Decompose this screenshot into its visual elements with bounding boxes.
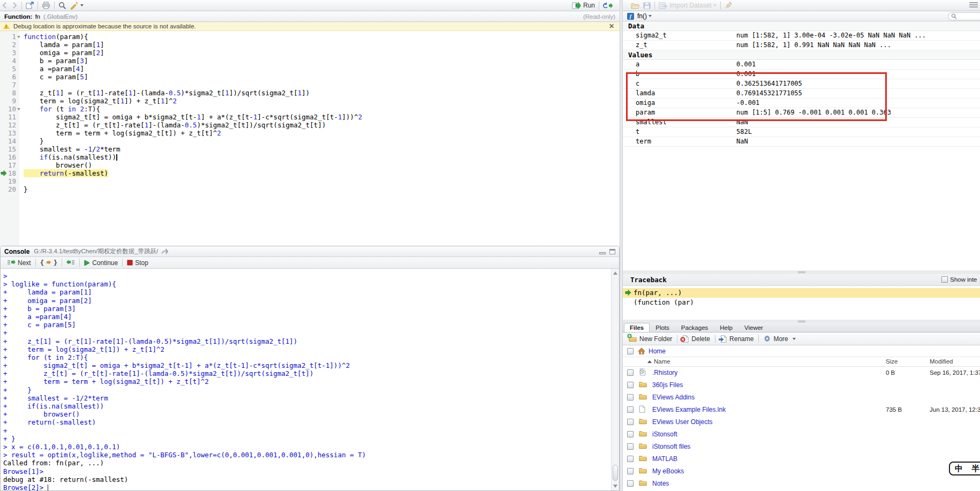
code-line[interactable]: 16 if(is.na(smallest)) bbox=[0, 153, 620, 161]
save-icon[interactable] bbox=[642, 1, 652, 11]
file-row[interactable]: .Rhistory0 BSep 16, 2017, 1:37 bbox=[623, 367, 980, 379]
open-folder-icon[interactable] bbox=[629, 1, 642, 11]
scrollbar-thumb[interactable] bbox=[613, 465, 618, 481]
more-button[interactable]: More bbox=[761, 335, 798, 343]
code-line[interactable]: 17 browser() bbox=[0, 161, 620, 169]
code-line[interactable]: 2 lamda = param[1] bbox=[0, 41, 620, 49]
file-checkbox[interactable] bbox=[627, 382, 634, 388]
code-line[interactable]: 12 z_t[t] = (r_t[t]-rate[1]-(lamda-0.5)*… bbox=[0, 121, 620, 129]
show-internals-checkbox[interactable] bbox=[941, 276, 948, 283]
code-line[interactable]: 5 a =param[4] bbox=[0, 65, 620, 73]
code-line[interactable]: 11 sigma2_t[t] = omiga + b*sigma2_t[t-1]… bbox=[0, 113, 620, 121]
editor-gutter[interactable]: 18 bbox=[0, 169, 19, 177]
editor-gutter[interactable]: 10 bbox=[0, 105, 19, 113]
file-name-link[interactable]: EViews Example Files.lnk bbox=[652, 406, 726, 413]
file-row[interactable]: 360js Files bbox=[623, 379, 980, 391]
file-checkbox[interactable] bbox=[627, 406, 634, 413]
file-name-link[interactable]: Notes bbox=[652, 480, 669, 487]
editor-gutter[interactable]: 14 bbox=[0, 137, 19, 145]
environment-object-row[interactable]: smallestNaN bbox=[623, 118, 980, 127]
editor-gutter[interactable]: 17 bbox=[0, 161, 19, 169]
environment-object-row[interactable]: z_tnum [1:582, 1] 0.991 NaN NaN NaN NaN … bbox=[623, 41, 980, 50]
import-dataset-button[interactable]: Import Dataset bbox=[657, 1, 718, 11]
code-line[interactable]: 4 b = param[3] bbox=[0, 57, 620, 65]
file-checkbox[interactable] bbox=[627, 394, 634, 401]
back-icon[interactable] bbox=[0, 1, 10, 11]
file-name-link[interactable]: EViews Addins bbox=[652, 394, 695, 401]
editor-gutter[interactable]: 9 bbox=[0, 97, 19, 105]
environment-object-row[interactable]: lamda0.769145321771055 bbox=[623, 89, 980, 99]
stop-button[interactable]: Stop bbox=[125, 259, 150, 267]
continue-button[interactable]: Continue bbox=[82, 259, 120, 267]
tab-files[interactable]: Files bbox=[624, 323, 650, 332]
editor-gutter[interactable]: 11 bbox=[0, 113, 19, 121]
editor-gutter[interactable]: 12 bbox=[0, 121, 19, 129]
column-name[interactable]: Name bbox=[654, 358, 670, 365]
code-line[interactable]: 7 bbox=[0, 81, 620, 89]
editor-gutter[interactable]: 15 bbox=[0, 145, 19, 153]
minimize-pane-icon[interactable] bbox=[599, 252, 606, 254]
file-name-link[interactable]: 360js Files bbox=[652, 381, 683, 389]
environment-object-row[interactable]: c0.362513641717005 bbox=[623, 79, 980, 89]
run-button[interactable]: Run bbox=[570, 1, 597, 11]
open-in-new-window-icon[interactable] bbox=[24, 1, 35, 11]
file-row[interactable]: EViews Example Files.lnk735 BJun 13, 201… bbox=[623, 404, 980, 416]
environment-object-row[interactable]: t582L bbox=[623, 127, 980, 137]
environment-object-row[interactable]: omiga-0.001 bbox=[623, 99, 980, 108]
column-size[interactable]: Size bbox=[886, 358, 898, 365]
tab-viewer[interactable]: Viewer bbox=[738, 323, 769, 332]
editor-gutter[interactable]: 20 bbox=[0, 185, 19, 193]
clear-broom-icon[interactable] bbox=[723, 1, 734, 11]
file-name-link[interactable]: iStonsoft bbox=[652, 430, 677, 438]
environment-object-row[interactable]: termNaN bbox=[623, 137, 980, 147]
code-tools-wand-icon[interactable] bbox=[68, 1, 85, 11]
maximize-pane-icon[interactable] bbox=[609, 249, 615, 254]
code-line[interactable]: 13 term = term + log(sigma2_t[t]) + z_t[… bbox=[0, 129, 620, 137]
environment-object-row[interactable]: b0.001 bbox=[623, 70, 980, 79]
file-name-link[interactable]: My eBooks bbox=[652, 467, 684, 475]
file-checkbox[interactable] bbox=[627, 468, 634, 474]
environment-object-row[interactable]: sigma2_tnum [1:582, 1] 3.00e-04 -3.02e-0… bbox=[623, 31, 980, 41]
code-line[interactable]: 8 z_t[1] = (r_t[1]-rate[1]-(lamda-0.5)*s… bbox=[0, 89, 620, 97]
select-all-checkbox[interactable] bbox=[627, 348, 634, 354]
environment-context[interactable]: fn() bbox=[637, 12, 647, 20]
traceback-frame[interactable]: (function (par) bbox=[623, 298, 980, 307]
close-icon[interactable]: ✕ bbox=[609, 22, 616, 30]
file-checkbox[interactable] bbox=[627, 456, 634, 462]
editor-gutter[interactable]: 19 bbox=[0, 177, 19, 185]
fold-marker-icon[interactable] bbox=[17, 108, 20, 110]
delete-button[interactable]: Delete bbox=[680, 335, 713, 343]
code-line[interactable]: 20} bbox=[0, 185, 620, 193]
editor-gutter[interactable]: 16 bbox=[0, 153, 19, 161]
print-icon[interactable] bbox=[40, 1, 52, 11]
file-name-link[interactable]: EViews User Objects bbox=[652, 418, 712, 426]
console-scrollbar[interactable] bbox=[611, 269, 619, 490]
new-folder-button[interactable]: New Folder bbox=[626, 335, 675, 343]
file-checkbox[interactable] bbox=[627, 443, 634, 450]
code-line[interactable]: 3 omiga = param[2] bbox=[0, 49, 620, 57]
console-output[interactable]: >> loglike = function(param){+ lamda = p… bbox=[1, 269, 611, 490]
editor-gutter[interactable]: 13 bbox=[0, 129, 19, 137]
tab-packages[interactable]: Packages bbox=[675, 323, 714, 332]
editor-gutter[interactable]: 5 bbox=[0, 65, 19, 73]
tab-help[interactable]: Help bbox=[714, 323, 738, 332]
file-row[interactable]: Notes bbox=[623, 478, 980, 490]
traceback-frame[interactable]: fn(par, ...) bbox=[623, 288, 980, 298]
rerun-icon[interactable] bbox=[601, 1, 615, 11]
search-icon[interactable] bbox=[57, 1, 68, 11]
editor-gutter[interactable]: 3 bbox=[0, 49, 19, 57]
file-name-link[interactable]: iStonsoft files bbox=[652, 443, 690, 450]
code-line[interactable]: 15 smallest = -1/2*term bbox=[0, 145, 620, 153]
file-row[interactable]: MATLAB bbox=[623, 453, 980, 465]
file-checkbox[interactable] bbox=[627, 431, 634, 437]
breadcrumb-home-link[interactable]: Home bbox=[649, 348, 666, 355]
editor-gutter[interactable]: 1 bbox=[0, 33, 19, 41]
scroll-up-icon[interactable] bbox=[613, 271, 617, 275]
forward-icon[interactable] bbox=[10, 1, 19, 11]
external-link-icon[interactable] bbox=[161, 248, 168, 254]
home-icon[interactable] bbox=[638, 348, 645, 354]
file-checkbox[interactable] bbox=[627, 369, 634, 376]
editor-gutter[interactable]: 4 bbox=[0, 57, 19, 65]
editor-gutter[interactable]: 8 bbox=[0, 89, 19, 97]
file-row[interactable]: My eBooks bbox=[623, 465, 980, 478]
